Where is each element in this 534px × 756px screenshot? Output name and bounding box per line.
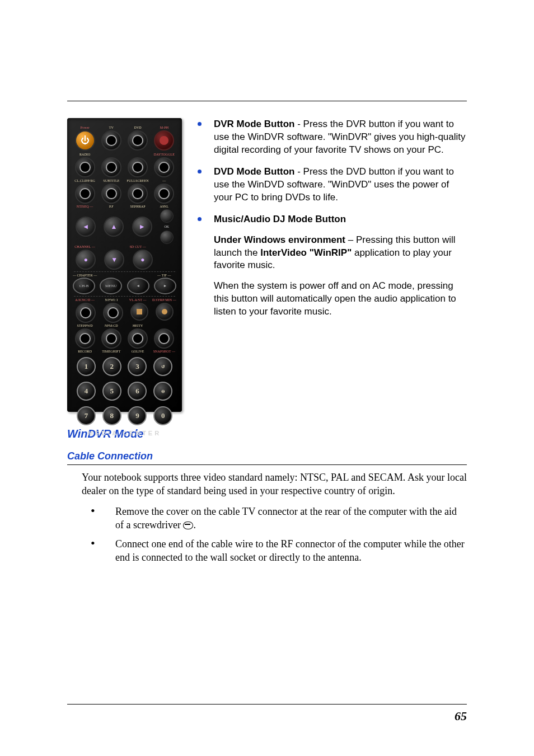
remote-label-row: — CHAPTER — — TIF — <box>72 274 177 277</box>
remote-button-icon <box>101 328 121 349</box>
remote-label-row: Power TV DVD M-PH <box>72 126 177 129</box>
num-3: 3 <box>128 357 147 376</box>
music-env-label: Under Windows environment <box>214 234 345 245</box>
stop-button-icon <box>130 303 148 321</box>
remote-button-icon <box>75 328 95 349</box>
remote-button-icon <box>101 184 121 204</box>
num-1: 1 <box>77 357 96 376</box>
num-2: 2 <box>102 357 121 376</box>
remote-button-icon <box>154 184 174 204</box>
header-rule <box>67 101 467 101</box>
winrip-label: InterVideo "WinRIP" <box>260 247 352 258</box>
ok-button-icon: ● <box>133 250 153 270</box>
remote-label-row: RADIO DAYTOGGLE <box>72 153 177 156</box>
left-arrow-icon: ◄ <box>76 217 96 237</box>
list-item: DVD Mode Button - Press the DVD button i… <box>198 166 467 204</box>
remote-divider <box>74 296 175 297</box>
daytoggle-button-icon <box>154 157 174 177</box>
vol-up-icon <box>160 209 174 223</box>
remote-label-row: A/ICNC/D — N/FWI: I VL.A/ST — D.SYRP/MIN… <box>72 298 177 302</box>
ok-label: OK <box>165 225 170 228</box>
section-rule <box>67 464 467 465</box>
remote-button-icon <box>75 184 95 204</box>
lastch-button-icon: ↺ <box>153 357 172 376</box>
dash-button-icon: ⊖ <box>153 382 172 401</box>
down-arrow-icon: ▼ <box>104 250 124 270</box>
cable-connection-heading: Cable Connection <box>67 450 467 462</box>
right-arrow-icon: ► <box>132 217 152 237</box>
remote-brand-label: MEDIA CENTER <box>72 430 177 436</box>
remote-label-row: RECORD TIMEGHIFT GOLIVE SNAPSHOT — <box>72 350 177 353</box>
num-8: 8 <box>102 406 121 425</box>
track-next-icon: ► <box>154 278 176 294</box>
music-p2: When the system is power off and on AC m… <box>214 280 467 318</box>
screwdriver-coin-icon <box>183 522 193 529</box>
power-button-icon <box>75 130 95 151</box>
remote-numpad: 1 2 3 ↺ 4 5 6 ⊖ 7 8 9 0 <box>72 354 177 425</box>
remote-button-icon <box>76 303 96 323</box>
bullet-icon <box>198 217 202 221</box>
up-arrow-icon: ▲ <box>104 217 124 237</box>
tv-button-icon <box>101 130 121 151</box>
bullet-icon: • <box>91 505 115 532</box>
remote-button-icon <box>154 328 174 349</box>
list-item: • Remove the cover on the cable TV conne… <box>91 505 467 532</box>
play-button-icon <box>156 303 174 321</box>
menu-button-icon: MENU <box>100 278 122 294</box>
list-item: • Connect one end of the cable wire to t… <box>91 537 467 565</box>
bullet-icon <box>198 170 202 173</box>
cable-intro: Your notebook supports three video stand… <box>82 471 467 498</box>
num-6: 6 <box>128 382 147 401</box>
two-column-block: Power TV DVD M-PH RADIO DAYTOGGLE <box>67 118 467 412</box>
instruction-text: Connect one end of the cable wire to the… <box>115 537 467 565</box>
list-item: DVR Mode Button - Press the DVR button i… <box>198 118 467 157</box>
dvd-title: DVD Mode Button <box>214 166 294 177</box>
feature-list: DVR Mode Button - Press the DVR button i… <box>198 118 467 327</box>
num-4: 4 <box>77 382 96 401</box>
num-5: 5 <box>102 382 121 401</box>
remote-label-row: CHANNEL — SD CUT — <box>72 245 177 248</box>
dvd-button-icon <box>128 130 148 151</box>
instruction-list: • Remove the cover on the cable TV conne… <box>91 505 467 565</box>
music-title: Music/Audio DJ Mode Button <box>214 214 346 224</box>
remote-button-icon <box>128 184 148 204</box>
remote-button-icon <box>103 303 123 323</box>
remote-button-icon <box>128 328 148 349</box>
vol-down-icon <box>160 231 174 244</box>
cancel-button-icon: ● <box>76 250 96 270</box>
page-footer: 65 <box>67 704 467 724</box>
bullet-icon <box>198 122 202 126</box>
page-number: 65 <box>67 709 467 724</box>
num-0: 0 <box>153 406 172 425</box>
instruction-text: . <box>193 519 196 530</box>
remote-control-image: Power TV DVD M-PH RADIO DAYTOGGLE <box>67 118 182 412</box>
remote-divider <box>74 271 175 272</box>
list-item: Music/Audio DJ Mode Button Under Windows… <box>198 213 467 319</box>
intro-paragraph: Your notebook supports three video stand… <box>82 471 467 498</box>
remote-label-row: NTISEQ — P.F SEPHRAP A9NL <box>72 205 177 208</box>
num-9: 9 <box>128 406 147 425</box>
dvr-title: DVR Mode Button <box>214 119 294 129</box>
instruction-text: Remove the cover on the cable TV connect… <box>115 506 457 530</box>
bullet-icon: • <box>91 537 115 565</box>
radio-button-icon <box>75 157 95 177</box>
track-prev-icon: ◄ <box>127 278 149 294</box>
num-7: 7 <box>77 406 96 425</box>
remote-label-row: STEPPWD NFM:CD HEITY <box>72 324 177 327</box>
remote-label-row: CL.CLIPP/RG SUBTITLE FULLSCREEN — <box>72 179 177 182</box>
remote-button-icon <box>128 157 148 177</box>
audio-button-icon <box>154 130 174 151</box>
footer-rule <box>67 704 467 705</box>
chapter-prev-icon: CH-B <box>73 278 95 294</box>
remote-button-icon <box>101 157 121 177</box>
